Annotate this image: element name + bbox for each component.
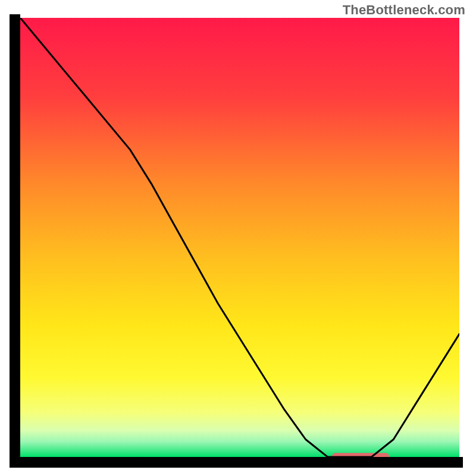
gradient-background [20,18,459,457]
watermark-text: TheBottleneck.com [343,2,465,18]
bottleneck-chart [0,0,476,476]
chart-container: TheBottleneck.com [0,0,476,476]
